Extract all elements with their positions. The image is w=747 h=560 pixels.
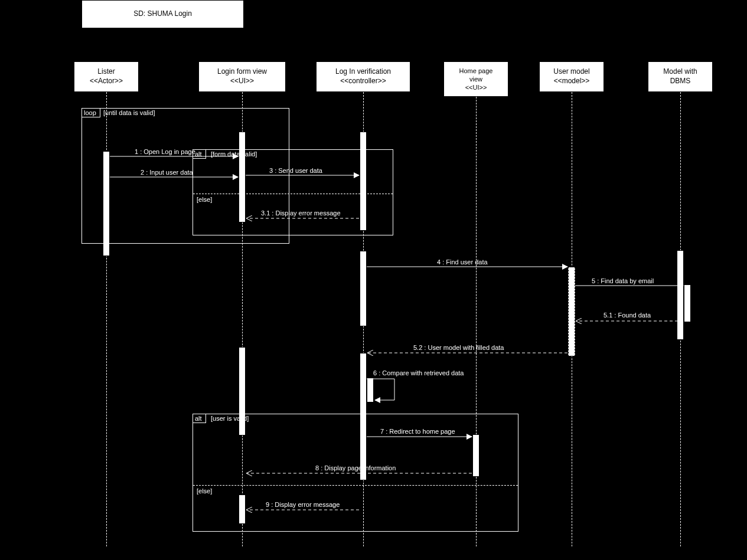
msg-5-1: 5.1 : Found data [604, 312, 651, 319]
participant-user-model-label: User model [553, 67, 589, 77]
diagram-title-text: SD: SHUMA Login [133, 9, 192, 19]
participant-dbms-label1: Model with [663, 67, 697, 77]
participant-home-page-label1: Home page [459, 67, 493, 75]
participant-login-form: Login form view <<UI>> [198, 61, 286, 92]
frame-alt2-guard: [user is valid] [211, 415, 249, 422]
msg-6: 6 : Compare with retrieved data [373, 369, 464, 376]
participant-lister-stereo: <<Actor>> [90, 77, 123, 86]
activation-controller-3b [367, 378, 374, 402]
participant-lister-label: Lister [97, 67, 115, 77]
participant-login-verification-label: Log In verification [335, 67, 391, 77]
msg-2: 2 : Input user data [141, 169, 193, 176]
msg-5: 5 : Find data by email [592, 277, 654, 284]
frame-loop-guard: [until data is valid] [103, 109, 155, 116]
msg-3-1: 3.1 : Display error message [261, 209, 341, 217]
diagram-title: SD: SHUMA Login [81, 0, 244, 28]
msg-5-2: 5.2 : User model with filled data [413, 344, 504, 351]
participant-user-model-stereo: <<model>> [554, 77, 590, 86]
participant-user-model: User model <<model>> [539, 61, 604, 92]
frame-alt1 [193, 149, 393, 235]
msg-4: 4 : Find user data [437, 258, 488, 266]
activation-usermodel-1 [568, 267, 575, 356]
frame-loop-label: loop [82, 109, 100, 117]
msg-3: 3 : Send user data [269, 167, 322, 174]
activation-controller-2 [360, 251, 367, 326]
participant-login-verification-stereo: <<controller>> [340, 77, 386, 86]
msg-7: 7 : Redirect to home page [380, 428, 455, 435]
frame-alt2-divider [193, 485, 518, 486]
participant-home-page-label2: view [469, 75, 482, 83]
activation-dbms-1b [684, 284, 691, 322]
frame-alt2-label: alt [193, 414, 206, 423]
frame-alt1-else: [else] [197, 196, 212, 203]
participant-dbms-label2: DBMS [670, 77, 691, 86]
frame-alt1-guard: [form data valid] [211, 150, 257, 158]
participant-home-page-stereo: <<UI>> [465, 83, 487, 91]
msg-9: 9 : Display error message [266, 501, 340, 508]
frame-alt1-divider [193, 194, 393, 194]
participant-dbms: Model with DBMS [648, 61, 713, 92]
participant-home-page: Home page view <<UI>> [443, 61, 508, 97]
activation-dbms-1 [677, 250, 684, 340]
participant-login-verification: Log In verification <<controller>> [316, 61, 410, 92]
participant-lister: Lister <<Actor>> [74, 61, 139, 92]
frame-alt2 [193, 414, 518, 532]
msg-8: 8 : Display page information [315, 464, 396, 471]
participant-login-form-label: Login form view [217, 67, 267, 77]
participant-login-form-stereo: <<UI>> [230, 77, 254, 86]
msg-1: 1 : Open Log in page [135, 148, 195, 155]
frame-alt2-else: [else] [197, 487, 212, 494]
